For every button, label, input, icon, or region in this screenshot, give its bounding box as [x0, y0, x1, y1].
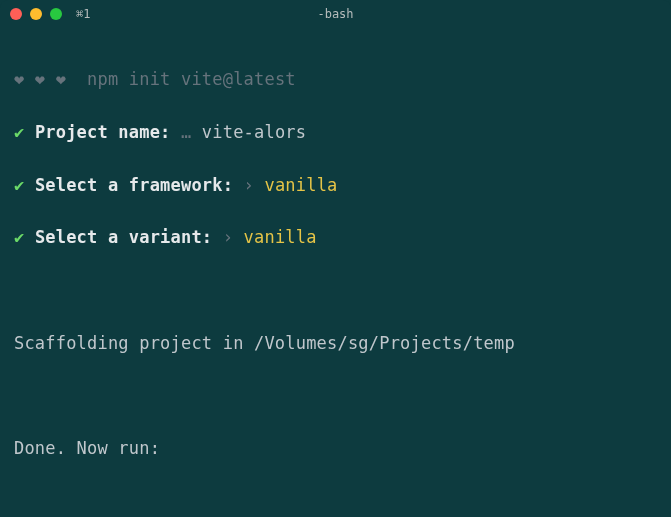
traffic-lights — [10, 8, 62, 20]
variant-value: vanilla — [244, 227, 317, 247]
check-icon: ✔ — [14, 175, 24, 195]
tab-label: ⌘1 — [76, 5, 90, 24]
framework-value: vanilla — [264, 175, 337, 195]
terminal-output[interactable]: ❤︎ ❤︎ ❤︎ npm init vite@latest ✔ Project … — [0, 28, 671, 517]
minimize-icon[interactable] — [30, 8, 42, 20]
window-title: -bash — [0, 5, 671, 24]
framework-label: Select a framework: — [35, 175, 233, 195]
check-icon: ✔ — [14, 227, 24, 247]
done-line: Done. Now run: — [14, 435, 657, 461]
scaffold-line: Scaffolding project in /Volumes/sg/Proje… — [14, 330, 657, 356]
ellipsis-icon: … — [181, 122, 191, 142]
command-text: npm init vite@latest — [87, 69, 296, 89]
framework-line: ✔ Select a framework: › vanilla — [14, 172, 657, 198]
check-icon: ✔ — [14, 122, 24, 142]
project-name-label: Project name: — [35, 122, 171, 142]
command-text — [66, 69, 87, 89]
window-titlebar: ⌘1 -bash — [0, 0, 671, 28]
prompt-hearts-icon: ❤︎ ❤︎ ❤︎ — [14, 69, 66, 89]
variant-label: Select a variant: — [35, 227, 212, 247]
chevron-icon: › — [244, 175, 254, 195]
blank-line — [14, 382, 657, 408]
prompt-line: ❤︎ ❤︎ ❤︎ npm init vite@latest — [14, 66, 657, 92]
close-icon[interactable] — [10, 8, 22, 20]
zoom-icon[interactable] — [50, 8, 62, 20]
variant-line: ✔ Select a variant: › vanilla — [14, 224, 657, 250]
blank-line — [14, 277, 657, 303]
blank-line — [14, 488, 657, 514]
project-name-value: vite-alors — [202, 122, 306, 142]
project-name-line: ✔ Project name: … vite-alors — [14, 119, 657, 145]
chevron-icon: › — [223, 227, 233, 247]
